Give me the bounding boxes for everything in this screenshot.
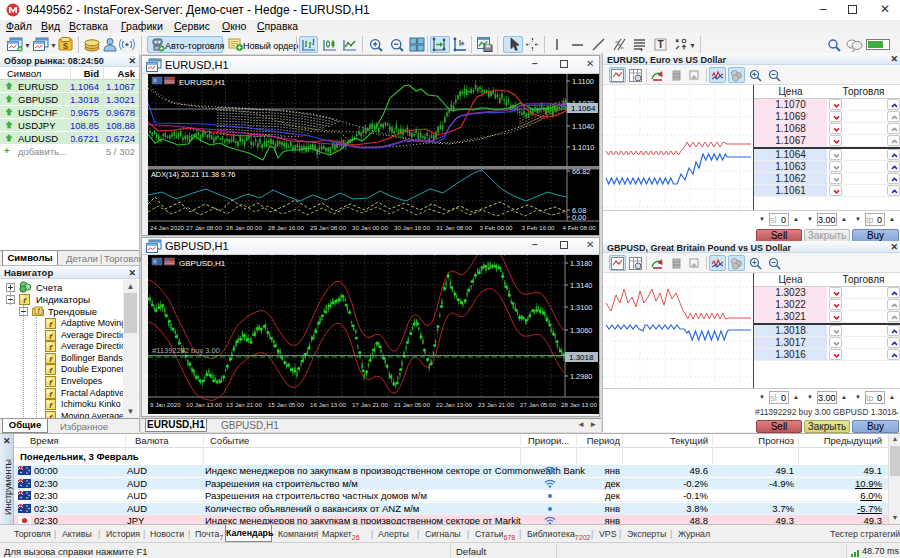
svg-text:ADX(14) 20.21 11.38 9.76: ADX(14) 20.21 11.38 9.76 — [151, 170, 235, 179]
svg-text:1.1100: 1.1100 — [572, 77, 594, 86]
svg-text:27 Jan 05:00: 27 Jan 05:00 — [520, 401, 556, 408]
svg-text:1.3140: 1.3140 — [570, 281, 592, 290]
svg-text:22 Jan 13:00: 22 Jan 13:00 — [436, 401, 472, 408]
svg-text:1.3180: 1.3180 — [570, 259, 592, 268]
svg-text:31 Jan 08:00: 31 Jan 08:00 — [436, 224, 472, 231]
svg-text:1.1040: 1.1040 — [572, 122, 594, 131]
svg-text:29 Jan 08:00: 29 Jan 08:00 — [310, 224, 346, 231]
svg-text:21 Jan 05:00: 21 Jan 05:00 — [394, 401, 430, 408]
svg-text:30 Jan 16:00: 30 Jan 16:00 — [394, 224, 430, 231]
svg-text:28 Jan 13:00: 28 Jan 13:00 — [561, 401, 597, 408]
svg-text:3 Feb 16:00: 3 Feb 16:00 — [521, 224, 555, 231]
svg-text:17 Jan 21:00: 17 Jan 21:00 — [352, 401, 388, 408]
svg-text:$: $ — [63, 41, 68, 51]
svg-text:1.3018: 1.3018 — [569, 353, 594, 362]
svg-text:10 Jan 13:00: 10 Jan 13:00 — [186, 401, 222, 408]
svg-text:1.1064: 1.1064 — [571, 104, 596, 113]
svg-text:28 Jan 16:00: 28 Jan 16:00 — [268, 224, 304, 231]
svg-text:27 Jan 08:00: 27 Jan 08:00 — [186, 224, 222, 231]
svg-text:0.00: 0.00 — [572, 213, 586, 222]
svg-text:GBPUSD,H1: GBPUSD,H1 — [179, 259, 226, 268]
svg-text:1.2980: 1.2980 — [570, 372, 592, 381]
svg-text:9 Jan 2020: 9 Jan 2020 — [150, 401, 181, 408]
svg-text:3 Feb 00:00: 3 Feb 00:00 — [479, 224, 513, 231]
svg-text:15 Jan 05:00: 15 Jan 05:00 — [268, 401, 304, 408]
svg-text:1.3060: 1.3060 — [570, 326, 592, 335]
svg-text:13 Jan 21:00: 13 Jan 21:00 — [226, 401, 262, 408]
svg-text:4 Feb 08:00: 4 Feb 08:00 — [562, 224, 596, 231]
svg-text:#11392292 buy 3.00: #11392292 buy 3.00 — [152, 346, 220, 355]
svg-text:30 Jan 00:00: 30 Jan 00:00 — [352, 224, 388, 231]
svg-text:16 Jan 13:00: 16 Jan 13:00 — [310, 401, 346, 408]
svg-text:1.1010: 1.1010 — [572, 143, 594, 152]
svg-text:66.82: 66.82 — [572, 167, 590, 176]
svg-text:23 Jan 21:00: 23 Jan 21:00 — [478, 401, 514, 408]
svg-text:1.3100: 1.3100 — [570, 303, 592, 312]
svg-text:24 Jan 2020: 24 Jan 2020 — [150, 224, 185, 231]
svg-text:EURUSD,H1: EURUSD,H1 — [179, 78, 226, 87]
svg-text:28 Jan 00:00: 28 Jan 00:00 — [226, 224, 262, 231]
